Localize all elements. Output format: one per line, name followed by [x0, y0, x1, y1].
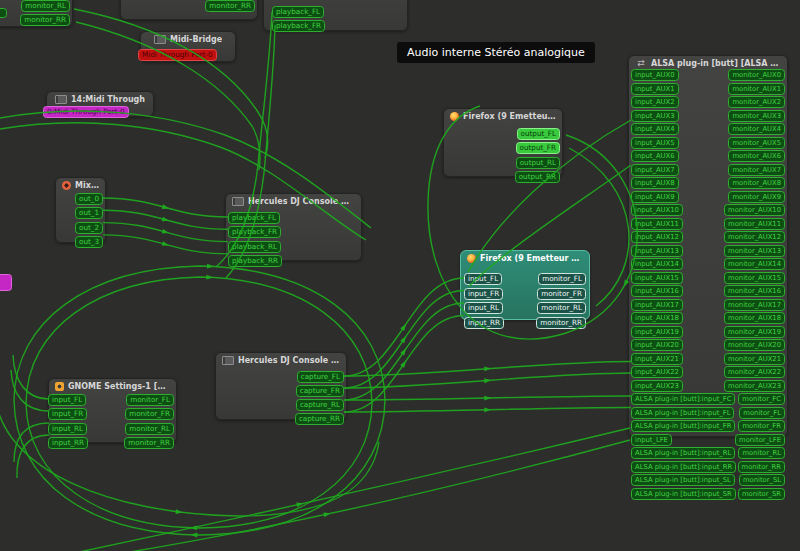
port-input_LFE[interactable]: input_LFE — [631, 434, 672, 446]
port-input_AUX10[interactable]: input_AUX10 — [631, 204, 683, 216]
left-edge-midi-port[interactable] — [0, 274, 12, 291]
port-capture_FR[interactable]: capture_FR — [296, 385, 344, 397]
port-monitor_FL[interactable]: monitor_FL — [538, 273, 586, 285]
port-monitor_RR[interactable]: monitor_RR — [20, 14, 70, 26]
port-input_AUX12[interactable]: input_AUX12 — [631, 231, 683, 243]
port-out_1[interactable]: out_1 — [75, 207, 103, 219]
port-monitor_AUX13[interactable]: monitor_AUX13 — [724, 245, 785, 257]
port-monitor_FR[interactable]: monitor_FR — [537, 288, 586, 300]
port-fragment[interactable] — [0, 8, 7, 18]
port-input_AUX9[interactable]: input_AUX9 — [631, 191, 679, 203]
port-out_0[interactable]: out_0 — [75, 193, 103, 205]
port-monitor_AUX4[interactable]: monitor_AUX4 — [728, 123, 785, 135]
port-monitor_AUX11[interactable]: monitor_AUX11 — [724, 218, 785, 230]
port-monitor_AUX3[interactable]: monitor_AUX3 — [728, 110, 785, 122]
alsa-header[interactable]: ⇄ALSA plug-in [butt] [ALSA Cap... — [629, 56, 787, 70]
port-playback_FL[interactable]: playback_FL — [228, 212, 280, 224]
port-ALSA plug-in [butt]:input_RR[interactable]: ALSA plug-in [butt]:input_RR — [631, 461, 736, 473]
port-input_AUX7[interactable]: input_AUX7 — [631, 164, 679, 176]
port-input_AUX5[interactable]: input_AUX5 — [631, 137, 679, 149]
port-monitor_AUX2[interactable]: monitor_AUX2 — [728, 96, 785, 108]
port-monitor_AUX14[interactable]: monitor_AUX14 — [724, 258, 785, 270]
port-monitor_AUX22[interactable]: monitor_AUX22 — [724, 366, 785, 378]
port-ALSA plug-in [butt]:input_SL[interactable]: ALSA plug-in [butt]:input_SL — [631, 474, 735, 486]
port-monitor_AUX8[interactable]: monitor_AUX8 — [728, 177, 785, 189]
port-input_AUX22[interactable]: input_AUX22 — [631, 366, 683, 378]
hercules-capture-header[interactable]: Hercules DJ Console RMX Surro... — [216, 353, 346, 367]
port-monitor_SR[interactable]: monitor_SR — [738, 488, 785, 500]
port-output_FL[interactable]: output_FL — [517, 128, 560, 140]
port-input_RR[interactable]: input_RR — [464, 317, 504, 329]
port-ALSA plug-in [butt]:input_SR[interactable]: ALSA plug-in [butt]:input_SR — [631, 488, 736, 500]
gnome-settings-header[interactable]: GNOME Settings-1 [Peak detect] — [49, 379, 176, 393]
node-firefox-selected[interactable]: Firefox (9 Émetteur Flux Vél...input_FLi… — [460, 250, 590, 320]
port-input_FR[interactable]: input_FR — [464, 288, 503, 300]
patchbay-canvas[interactable]: monitor_RLmonitor_RRmonitor_RRplayback_F… — [0, 0, 800, 551]
port-input_FR[interactable]: input_FR — [48, 408, 87, 420]
node-gnome-settings[interactable]: GNOME Settings-1 [Peak detect]input_FLin… — [48, 378, 177, 443]
port-monitor_RL[interactable]: monitor_RL — [125, 423, 174, 435]
node-hercules-playback[interactable]: Hercules DJ Console RMX Surro...playback… — [225, 193, 362, 261]
port-monitor_AUX5[interactable]: monitor_AUX5 — [728, 137, 785, 149]
port-monitor_SL[interactable]: monitor_SL — [739, 474, 785, 486]
node-firefox-top[interactable]: Firefox (9 Émetteur Flux Vél...output_FL… — [443, 108, 563, 177]
port-input_AUX3[interactable]: input_AUX3 — [631, 110, 679, 122]
port-input_AUX13[interactable]: input_AUX13 — [631, 245, 683, 257]
port-input_AUX1[interactable]: input_AUX1 — [631, 83, 679, 95]
port-input_AUX2[interactable]: input_AUX2 — [631, 96, 679, 108]
port-capture_FL[interactable]: capture_FL — [297, 371, 344, 383]
port-monitor_AUX7[interactable]: monitor_AUX7 — [728, 164, 785, 176]
node-mixxx[interactable]: Mixxxout_0out_1out_2out_3 — [55, 177, 106, 243]
node-frag-topcenter[interactable]: monitor_RR — [120, 0, 258, 20]
port-monitor_AUX19[interactable]: monitor_AUX19 — [724, 326, 785, 338]
port-monitor_RL[interactable]: monitor_RL — [21, 0, 70, 12]
port-input_AUX23[interactable]: input_AUX23 — [631, 380, 683, 392]
port-input_RL[interactable]: input_RL — [48, 423, 87, 435]
port-playback_RL[interactable]: playback_RL — [228, 241, 281, 253]
port-monitor_RR[interactable]: monitor_RR — [738, 461, 785, 473]
port-input_FL[interactable]: input_FL — [48, 394, 86, 406]
port-ALSA plug-in [butt]:input_RL[interactable]: ALSA plug-in [butt]:input_RL — [631, 447, 735, 459]
port-input_RR[interactable]: input_RR — [48, 437, 88, 449]
port-ALSA plug-in [butt]:input_FL[interactable]: ALSA plug-in [butt]:input_FL — [631, 407, 734, 419]
port-monitor_RR[interactable]: monitor_RR — [124, 437, 174, 449]
node-frag-playback[interactable]: playback_FLplayback_FR — [263, 0, 408, 31]
port-monitor_AUX0[interactable]: monitor_AUX0 — [728, 69, 785, 81]
mixxx-header[interactable]: Mixxx — [56, 178, 105, 192]
port-playback_FR[interactable]: playback_FR — [228, 226, 281, 238]
port-input_AUX8[interactable]: input_AUX8 — [631, 177, 679, 189]
port-monitor_AUX16[interactable]: monitor_AUX16 — [724, 285, 785, 297]
port-playback_RR[interactable]: playback_RR — [228, 255, 282, 267]
midi-through-header[interactable]: 14:Midi Through — [47, 92, 153, 106]
port-monitor_RR[interactable]: monitor_RR — [205, 0, 255, 12]
firefox-top-header[interactable]: Firefox (9 Émetteur Flux Vél... — [444, 109, 562, 123]
port-monitor_AUX1[interactable]: monitor_AUX1 — [728, 83, 785, 95]
port-output_FR[interactable]: output_FR — [516, 142, 560, 154]
port-input_AUX14[interactable]: input_AUX14 — [631, 258, 683, 270]
port-monitor_FC[interactable]: monitor_FC — [738, 393, 785, 405]
firefox-selected-header[interactable]: Firefox (9 Émetteur Flux Vél... — [461, 251, 589, 265]
port-monitor_AUX10[interactable]: monitor_AUX10 — [724, 204, 785, 216]
node-hercules-capture[interactable]: Hercules DJ Console RMX Surro...capture_… — [215, 352, 347, 420]
port-monitor_FR[interactable]: monitor_FR — [125, 408, 174, 420]
port-input_AUX20[interactable]: input_AUX20 — [631, 339, 683, 351]
port-monitor_AUX17[interactable]: monitor_AUX17 — [724, 299, 785, 311]
port-monitor_LFE[interactable]: monitor_LFE — [735, 434, 785, 446]
port-input_RL[interactable]: input_RL — [464, 302, 503, 314]
port-output_RR[interactable]: output_RR — [515, 171, 560, 183]
port-monitor_AUX21[interactable]: monitor_AUX21 — [724, 353, 785, 365]
port-input_AUX18[interactable]: input_AUX18 — [631, 312, 683, 324]
node-midi-through[interactable]: 14:Midi Through0:Midi Through Port-0 — [46, 91, 154, 117]
port-monitor_AUX6[interactable]: monitor_AUX6 — [728, 150, 785, 162]
port-playback_FR[interactable]: playback_FR — [272, 20, 325, 32]
port-monitor_AUX23[interactable]: monitor_AUX23 — [724, 380, 785, 392]
port-monitor_FL[interactable]: monitor_FL — [126, 394, 174, 406]
port-monitor_RL[interactable]: monitor_RL — [537, 302, 586, 314]
port-Midi Through Port-0[interactable]: Midi Through Port-0 — [138, 49, 217, 61]
port-monitor_AUX20[interactable]: monitor_AUX20 — [724, 339, 785, 351]
port-input_FL[interactable]: input_FL — [464, 273, 502, 285]
port-input_AUX6[interactable]: input_AUX6 — [631, 150, 679, 162]
port-input_AUX0[interactable]: input_AUX0 — [631, 69, 679, 81]
port-capture_RL[interactable]: capture_RL — [296, 399, 344, 411]
port-playback_FL[interactable]: playback_FL — [272, 6, 324, 18]
